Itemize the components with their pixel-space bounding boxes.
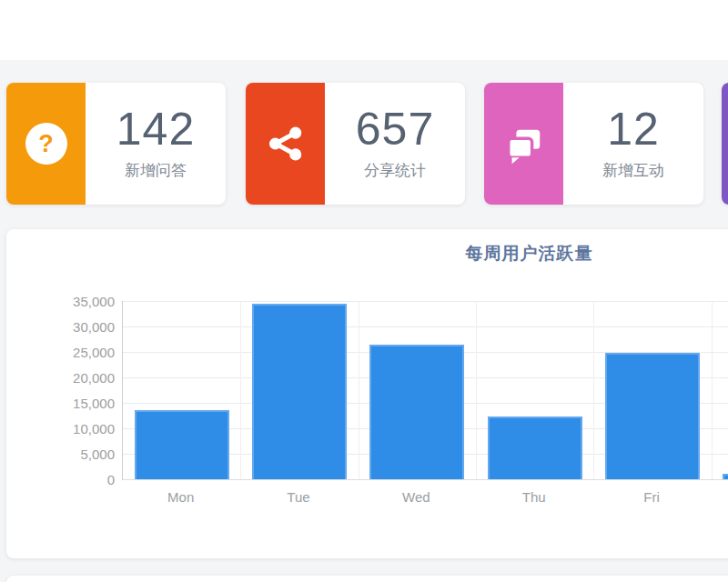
bar-thu[interactable] <box>488 416 582 479</box>
h-gridline <box>123 301 728 302</box>
x-axis-tick-label: Thu <box>493 489 575 505</box>
qa-label: 新增问答 <box>125 160 187 181</box>
qa-accent-panel: ? <box>6 83 86 205</box>
top-header <box>0 0 728 60</box>
h-gridline <box>123 326 728 327</box>
x-axis-tick-label: Mon <box>140 489 222 505</box>
bar-fri[interactable] <box>605 353 700 479</box>
bar-chart-plot-area <box>122 301 728 480</box>
qa-value: 142 <box>116 106 195 152</box>
interaction-value: 12 <box>607 106 660 152</box>
v-gridline <box>476 301 477 479</box>
interaction-label: 新增互动 <box>602 160 664 181</box>
bar-tue[interactable] <box>252 304 347 479</box>
share-value: 657 <box>356 106 434 152</box>
share-stat-body: 657 分享统计 <box>325 83 465 205</box>
qa-stat-body: 142 新增问答 <box>86 83 226 205</box>
stat-card-clipped <box>722 83 728 205</box>
x-axis-tick-label: Tue <box>258 489 339 505</box>
chat-icon <box>503 123 545 165</box>
stat-card-interaction: 12 新增互动 <box>484 83 703 205</box>
y-axis-tick-label: 15,000 <box>49 396 115 411</box>
stat-card-qa: ? 142 新增问答 <box>6 83 226 205</box>
y-axis-tick-label: 5,000 <box>49 447 115 462</box>
bar-mon[interactable] <box>135 410 229 479</box>
stat-card-share: 657 分享统计 <box>246 83 465 205</box>
y-axis-tick-label: 25,000 <box>49 345 115 360</box>
y-axis-tick-label: 20,000 <box>49 370 115 386</box>
y-axis-tick-label: 10,000 <box>49 421 115 436</box>
x-axis-tick-label: Wed <box>375 489 457 505</box>
clipped-accent-panel <box>722 83 728 205</box>
v-gridline <box>593 301 594 479</box>
share-icon <box>265 123 307 165</box>
interaction-accent-panel <box>484 83 563 205</box>
interaction-stat-body: 12 新增互动 <box>563 83 703 205</box>
y-axis-tick-label: 0 <box>49 472 115 487</box>
chart-title: 每周用户活跃量 <box>6 242 728 266</box>
share-label: 分享统计 <box>364 160 426 181</box>
y-axis-tick-label: 30,000 <box>49 319 115 335</box>
v-gridline <box>712 301 713 479</box>
v-gridline <box>359 301 359 479</box>
bar-sat[interactable] <box>723 474 728 479</box>
bar-wed[interactable] <box>369 345 464 479</box>
next-card-top-sliver <box>6 576 728 582</box>
question-icon: ? <box>25 123 67 165</box>
share-accent-panel <box>246 83 325 205</box>
y-axis-tick-label: 35,000 <box>49 294 115 309</box>
x-axis-tick-label: Fri <box>611 489 693 505</box>
v-gridline <box>240 301 241 479</box>
weekly-activity-chart-card: 每周用户活跃量 05,00010,00015,00020,00025,00030… <box>6 229 728 558</box>
